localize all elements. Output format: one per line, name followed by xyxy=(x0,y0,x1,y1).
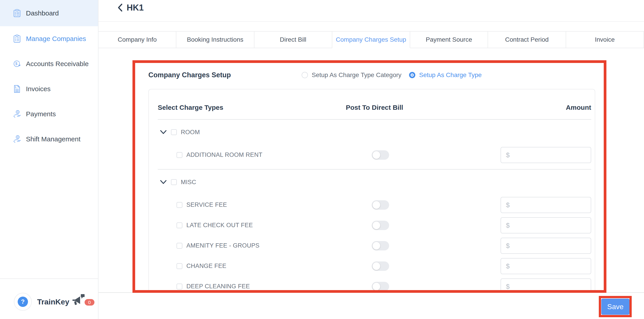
tab-label: Payment Source xyxy=(426,36,472,43)
radio-setup-as-charge-type-category[interactable]: Setup As Charge Type Category xyxy=(302,69,402,82)
post-to-direct-bill-toggle[interactable] xyxy=(372,282,389,291)
tab-company-charges-setup[interactable]: Company Charges Setup xyxy=(332,32,410,48)
post-to-direct-bill-toggle[interactable] xyxy=(372,200,389,210)
post-to-direct-bill-toggle[interactable] xyxy=(372,241,389,250)
charge-label: CHANGE FEE xyxy=(186,262,226,269)
charge-item-row-additional-room-rent: ADDITIONAL ROOM RENT xyxy=(158,145,591,165)
sidebar-item-accounts-receivable[interactable]: $ Accounts Receivable xyxy=(0,51,98,76)
toggle-knob xyxy=(372,201,380,209)
page-container: Dashboard Manage Companies $ Accounts Re… xyxy=(0,0,644,319)
tab-payment-source[interactable]: Payment Source xyxy=(410,32,488,48)
tab-label: Company Info xyxy=(118,36,157,43)
announcements-button[interactable]: 0 xyxy=(72,293,94,311)
tab-label: Direct Bill xyxy=(280,36,306,43)
clipboard-icon xyxy=(13,35,21,43)
question-mark-icon: ? xyxy=(18,296,28,307)
sidebar-item-label: Dashboard xyxy=(26,10,59,17)
table-header: Select Charge Types Post To Direct Bill … xyxy=(158,89,591,119)
radio-icon[interactable] xyxy=(302,72,308,78)
tab-direct-bill[interactable]: Direct Bill xyxy=(254,32,332,48)
radio-label: Setup As Charge Type Category xyxy=(312,72,402,79)
charge-label: SERVICE FEE xyxy=(186,201,227,208)
charge-item-row-amenity-fee-groups: AMENITY FEE - GROUPS xyxy=(158,235,591,256)
chevron-down-icon[interactable] xyxy=(160,180,167,184)
charge-checkbox[interactable] xyxy=(176,202,182,208)
tab-label: Booking Instructions xyxy=(187,36,243,43)
back-button[interactable] xyxy=(117,3,123,12)
tab-booking-instructions[interactable]: Booking Instructions xyxy=(176,32,254,48)
tab-contract-period[interactable]: Contract Period xyxy=(488,32,566,48)
charge-group-row-room: ROOM xyxy=(158,120,591,145)
sidebar-item-label: Invoices xyxy=(26,85,50,93)
charge-checkbox[interactable] xyxy=(176,152,182,158)
topbar: HK1 xyxy=(98,0,644,22)
section-heading: Company Charges Setup xyxy=(148,69,231,82)
post-to-direct-bill-toggle[interactable] xyxy=(372,221,389,230)
charge-checkbox[interactable] xyxy=(176,284,182,289)
sidebar-item-dashboard[interactable]: Dashboard xyxy=(0,0,98,26)
hand-coin-icon: $ xyxy=(13,110,21,118)
group-label: MISC xyxy=(181,179,196,186)
charges-panel: Select Charge Types Post To Direct Bill … xyxy=(148,89,595,292)
charge-item-row-late-check-out-fee: LATE CHECK OUT FEE xyxy=(158,215,591,235)
amount-input[interactable] xyxy=(500,278,591,292)
sidebar-item-label: Accounts Receivable xyxy=(26,60,88,68)
sidebar-footer: ? TrainKey 0 xyxy=(0,278,98,319)
charge-label: ADDITIONAL ROOM RENT xyxy=(186,151,262,158)
charge-checkbox[interactable] xyxy=(176,222,182,228)
charge-group-row-misc: MISC xyxy=(158,170,591,195)
radio-icon[interactable] xyxy=(409,72,415,78)
post-to-direct-bill-toggle[interactable] xyxy=(372,261,389,271)
amount-input[interactable] xyxy=(500,258,591,274)
tab-label: Company Charges Setup xyxy=(336,36,406,43)
charge-item-row-deep-cleaning-fee: DEEP CLEANING FEE xyxy=(158,276,591,292)
charge-label: AMENITY FEE - GROUPS xyxy=(186,242,260,249)
sidebar-nav: Dashboard Manage Companies $ Accounts Re… xyxy=(0,0,98,152)
heading-row: Company Charges Setup Setup As Charge Ty… xyxy=(98,69,644,82)
sidebar-item-shift-management[interactable]: $ Shift Management xyxy=(0,127,98,152)
charge-checkbox[interactable] xyxy=(176,243,182,249)
group-checkbox[interactable] xyxy=(171,129,177,135)
trainkey-widget: ? TrainKey 0 xyxy=(14,293,94,311)
help-button[interactable]: ? xyxy=(14,293,32,311)
tab-bar: Company Info Booking Instructions Direct… xyxy=(98,31,644,48)
dollar-circle-icon: $ xyxy=(13,60,21,68)
toggle-knob xyxy=(372,242,380,249)
tab-label: Invoice xyxy=(595,36,615,43)
title-row: HK1 xyxy=(117,2,144,14)
charge-item-row-service-fee: SERVICE FEE xyxy=(158,195,591,215)
charge-item-left: ADDITIONAL ROOM RENT xyxy=(158,151,302,158)
sidebar-item-label: Manage Companies xyxy=(26,35,86,43)
charge-item-left: DEEP CLEANING FEE xyxy=(158,283,302,290)
post-to-direct-bill-toggle[interactable] xyxy=(372,150,389,160)
radio-setup-as-charge-type[interactable]: Setup As Charge Type xyxy=(409,69,482,82)
tab-company-info[interactable]: Company Info xyxy=(98,32,176,48)
charge-item-left: SERVICE FEE xyxy=(158,201,302,208)
notification-badge: 0 xyxy=(84,299,94,305)
charge-checkbox[interactable] xyxy=(176,263,182,269)
charge-label: DEEP CLEANING FEE xyxy=(186,283,250,290)
charge-item-left: AMENITY FEE - GROUPS xyxy=(158,242,302,249)
main-area: HK1 Company Info Booking Instructions Di… xyxy=(98,0,644,319)
sidebar-item-manage-companies[interactable]: Manage Companies xyxy=(0,26,98,51)
column-header-post-to-direct-bill: Post To Direct Bill xyxy=(302,104,447,111)
sidebar-item-invoices[interactable]: $ Invoices xyxy=(0,76,98,102)
group-checkbox[interactable] xyxy=(171,179,177,185)
toggle-knob xyxy=(372,222,380,229)
sidebar-item-payments[interactable]: $ Payments xyxy=(0,102,98,127)
amount-input[interactable] xyxy=(500,217,591,233)
sidebar-item-label: Payments xyxy=(26,110,56,118)
chevron-down-icon[interactable] xyxy=(160,130,167,134)
svg-text:$: $ xyxy=(17,111,18,113)
amount-input[interactable] xyxy=(500,197,591,213)
amount-input[interactable] xyxy=(500,238,591,254)
tab-invoice[interactable]: Invoice xyxy=(566,32,644,48)
hand-coin-icon: $ xyxy=(13,135,21,143)
toggle-knob xyxy=(372,283,380,290)
amount-input[interactable] xyxy=(500,147,591,163)
charge-list: ROOM ADDITIONAL ROOM RENT MISC SERVICE F… xyxy=(158,120,591,292)
page-title: HK1 xyxy=(127,3,144,13)
footer-bar: Save xyxy=(98,292,644,319)
charge-item-row-change-fee: CHANGE FEE xyxy=(158,256,591,276)
save-button[interactable]: Save xyxy=(601,299,630,315)
